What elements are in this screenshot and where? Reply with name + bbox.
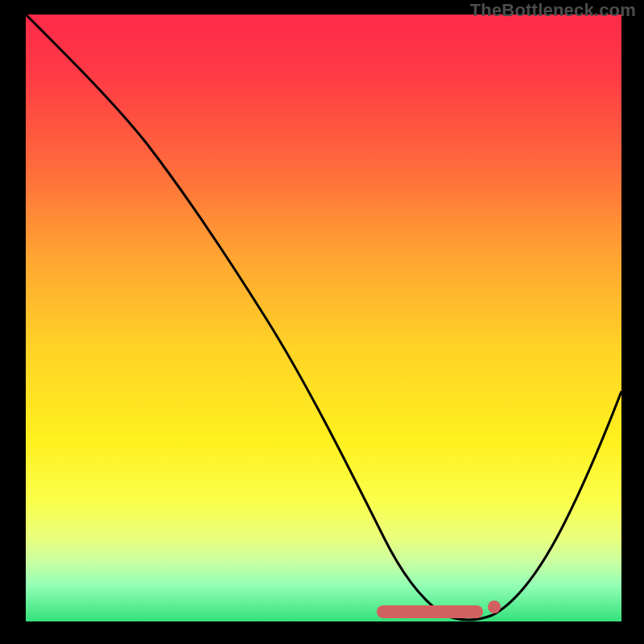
plot-area [26,14,621,621]
curve-path [26,14,621,620]
bottleneck-curve [26,14,621,621]
chart-frame: TheBottleneck.com [0,0,644,644]
attribution-text: TheBottleneck.com [470,0,636,21]
optimal-point-marker [488,601,501,613]
optimal-range-marker [377,605,483,618]
